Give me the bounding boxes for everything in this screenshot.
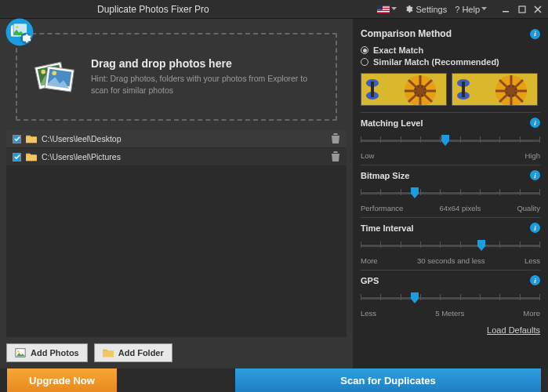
radio-icon xyxy=(361,58,368,66)
settings-link[interactable]: Settings xyxy=(405,5,447,14)
matching-label: Matching Level xyxy=(361,118,423,128)
list-item[interactable]: C:\Users\leel\Desktop xyxy=(6,130,347,148)
svg-rect-4 xyxy=(377,5,383,10)
bitmap-label: Bitmap Size xyxy=(361,171,409,180)
titlebar: Duplicate Photos Fixer Pro Settings ? He… xyxy=(0,0,548,19)
folder-icon xyxy=(26,152,37,162)
time-slider[interactable] xyxy=(361,238,540,256)
load-defaults-link[interactable]: Load Defaults xyxy=(487,325,540,335)
info-icon[interactable]: i xyxy=(530,170,540,180)
info-icon[interactable]: i xyxy=(530,29,540,39)
svg-rect-36 xyxy=(371,82,374,97)
right-panel: Comparison Method i Exact Match Similar … xyxy=(353,19,548,368)
app-logo xyxy=(5,17,34,49)
file-path: C:\Users\leel\Desktop xyxy=(42,134,326,143)
slider-thumb[interactable] xyxy=(477,240,485,251)
footer: Upgrade Now Scan for Duplicates xyxy=(0,368,548,392)
help-link[interactable]: ? Help xyxy=(455,5,487,14)
svg-rect-5 xyxy=(503,11,509,13)
time-label: Time Interval xyxy=(361,223,414,233)
info-icon[interactable]: i xyxy=(530,275,540,285)
svg-rect-19 xyxy=(26,154,37,161)
scan-button[interactable]: Scan for Duplicates xyxy=(235,368,541,392)
folder-icon xyxy=(26,134,37,143)
trash-icon[interactable] xyxy=(331,133,340,144)
svg-rect-3 xyxy=(377,11,390,12)
file-path: C:\Users\leel\Pictures xyxy=(42,152,326,162)
file-list: C:\Users\leel\Desktop C:\Users\leel\Pict… xyxy=(6,130,347,337)
svg-rect-50 xyxy=(462,82,465,97)
folder-icon xyxy=(103,347,114,358)
slider-thumb[interactable] xyxy=(411,187,419,198)
app-title: Duplicate Photos Fixer Pro xyxy=(97,4,209,15)
radio-exact[interactable]: Exact Match xyxy=(361,45,540,55)
comparison-heading: Comparison Method xyxy=(361,28,452,39)
list-item[interactable]: C:\Users\leel\Pictures xyxy=(6,148,347,166)
svg-point-21 xyxy=(17,350,20,353)
svg-rect-22 xyxy=(103,350,114,357)
preview-thumb xyxy=(452,73,538,106)
svg-rect-6 xyxy=(519,6,525,13)
checkbox-icon[interactable] xyxy=(13,135,21,143)
gps-slider[interactable] xyxy=(361,290,540,309)
gps-label: GPS xyxy=(361,276,379,285)
bitmap-slider[interactable] xyxy=(361,185,540,204)
svg-point-10 xyxy=(16,26,18,28)
radio-similar[interactable]: Similar Match (Recommended) xyxy=(361,57,540,67)
maximize-button[interactable] xyxy=(515,3,529,16)
photos-icon xyxy=(31,53,78,100)
language-selector[interactable] xyxy=(377,5,397,13)
svg-rect-18 xyxy=(26,136,37,143)
drop-area[interactable]: Drag and drop photos here Hint: Drag pho… xyxy=(16,33,337,121)
slider-thumb[interactable] xyxy=(411,292,419,303)
info-icon[interactable]: i xyxy=(530,118,540,128)
drop-hint: Hint: Drag photos, folders with your pho… xyxy=(91,73,321,96)
matching-slider[interactable] xyxy=(361,132,540,151)
photo-icon xyxy=(15,347,26,358)
preview-thumb xyxy=(361,73,447,106)
upgrade-button[interactable]: Upgrade Now xyxy=(7,368,117,392)
drop-heading: Drag and drop photos here xyxy=(91,57,321,70)
radio-icon xyxy=(361,46,368,54)
close-button[interactable] xyxy=(531,3,545,16)
minimize-button[interactable] xyxy=(499,3,514,16)
slider-thumb[interactable] xyxy=(441,135,449,146)
add-folder-button[interactable]: Add Folder xyxy=(94,343,172,362)
add-photos-button[interactable]: Add Photos xyxy=(6,343,88,362)
left-panel: Drag and drop photos here Hint: Drag pho… xyxy=(0,19,353,368)
trash-icon[interactable] xyxy=(331,151,340,162)
info-icon[interactable]: i xyxy=(530,223,540,233)
checkbox-icon[interactable] xyxy=(13,153,21,162)
